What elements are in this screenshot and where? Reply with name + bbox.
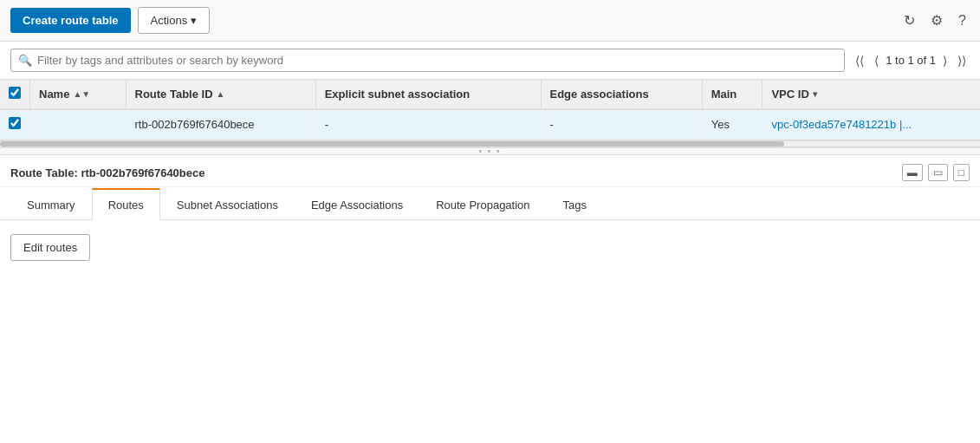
next-page-button[interactable]: ⟩ <box>939 52 951 69</box>
panel-minimize-button[interactable]: ▬ <box>902 164 923 181</box>
detail-tabs: Summary Routes Subnet Associations Edge … <box>0 187 980 220</box>
last-page-button[interactable]: ⟩⟩ <box>954 52 970 69</box>
pagination-text: 1 to 1 of 1 <box>886 54 936 67</box>
col-vpc-id[interactable]: VPC ID ▾ <box>763 80 980 109</box>
search-icon: 🔍 <box>18 54 32 67</box>
scroll-thumb[interactable] <box>0 141 784 147</box>
cell-edge-assoc: - <box>541 109 702 140</box>
toolbar-right-icons: ↻ ⚙ ? <box>900 9 970 32</box>
detail-title: Route Table: rtb-002b769f67640bece <box>10 166 204 179</box>
col-main: Main <box>702 80 763 109</box>
search-input[interactable] <box>37 54 837 67</box>
resize-handle-icon: • • • <box>478 147 501 156</box>
cell-vpc-id[interactable]: vpc-0f3eda57e7481221b |... <box>763 109 980 140</box>
tab-routes[interactable]: Routes <box>92 188 160 220</box>
col-route-table-id[interactable]: Route Table ID ▲ <box>126 80 315 109</box>
chevron-down-icon: ▾ <box>191 14 197 27</box>
panel-expand-button[interactable]: □ <box>953 164 970 181</box>
tab-subnet-associations[interactable]: Subnet Associations <box>160 188 295 220</box>
help-button[interactable]: ? <box>955 10 970 32</box>
row-checkbox-cell[interactable] <box>0 109 30 140</box>
detail-header: Route Table: rtb-002b769f67640bece ▬ ▭ □ <box>0 155 980 187</box>
prev-page-button[interactable]: ⟨ <box>871 52 882 69</box>
first-page-button[interactable]: ⟨⟨ <box>852 52 867 69</box>
tab-edge-associations[interactable]: Edge Associations <box>295 188 419 220</box>
row-checkbox[interactable] <box>9 117 21 129</box>
vpc-sort-icon: ▾ <box>813 89 817 99</box>
tab-tags[interactable]: Tags <box>547 188 603 220</box>
search-bar: 🔍 ⟨⟨ ⟨ 1 to 1 of 1 ⟩ ⟩⟩ <box>0 42 980 80</box>
vpc-id-link[interactable]: vpc-0f3eda57e7481221b |... <box>771 118 912 131</box>
route-table-wrap: Name ▲▼ Route Table ID ▲ Explicit subnet… <box>0 80 980 140</box>
actions-label: Actions <box>151 14 188 27</box>
select-all-header[interactable] <box>0 80 30 109</box>
cell-name <box>30 109 127 140</box>
tab-route-propagation[interactable]: Route Propagation <box>419 188 546 220</box>
detail-panel: Route Table: rtb-002b769f67640bece ▬ ▭ □… <box>0 154 980 275</box>
detail-content: Edit routes <box>0 220 980 275</box>
create-route-table-button[interactable]: Create route table <box>10 8 131 33</box>
settings-button[interactable]: ⚙ <box>927 9 946 32</box>
name-sort-icon: ▲▼ <box>73 89 90 99</box>
actions-button[interactable]: Actions ▾ <box>138 7 211 34</box>
col-explicit-subnet: Explicit subnet association <box>315 80 541 109</box>
table-header-row: Name ▲▼ Route Table ID ▲ Explicit subnet… <box>0 80 980 109</box>
select-all-checkbox[interactable] <box>9 87 21 99</box>
tab-summary[interactable]: Summary <box>10 188 92 220</box>
pagination: ⟨⟨ ⟨ 1 to 1 of 1 ⟩ ⟩⟩ <box>852 52 970 69</box>
cell-main: Yes <box>702 109 763 140</box>
detail-panel-icons: ▬ ▭ □ <box>902 164 970 181</box>
col-edge-assoc: Edge associations <box>541 80 702 109</box>
table-row[interactable]: rtb-002b769f67640bece - - Yes vpc-0f3eda… <box>0 109 980 140</box>
cell-route-table-id: rtb-002b769f67640bece <box>126 109 315 140</box>
refresh-button[interactable]: ↻ <box>900 9 918 32</box>
cell-explicit-subnet: - <box>315 109 541 140</box>
horizontal-scrollbar[interactable] <box>0 140 980 147</box>
col-name[interactable]: Name ▲▼ <box>30 80 127 109</box>
toolbar: Create route table Actions ▾ ↻ ⚙ ? <box>0 0 980 42</box>
rtid-sort-icon: ▲ <box>217 89 225 99</box>
edit-routes-button[interactable]: Edit routes <box>10 234 90 261</box>
panel-resizer[interactable]: • • • <box>0 147 980 154</box>
panel-split-button[interactable]: ▭ <box>928 164 948 181</box>
route-table: Name ▲▼ Route Table ID ▲ Explicit subnet… <box>0 80 980 140</box>
search-input-wrap[interactable]: 🔍 <box>10 49 845 72</box>
